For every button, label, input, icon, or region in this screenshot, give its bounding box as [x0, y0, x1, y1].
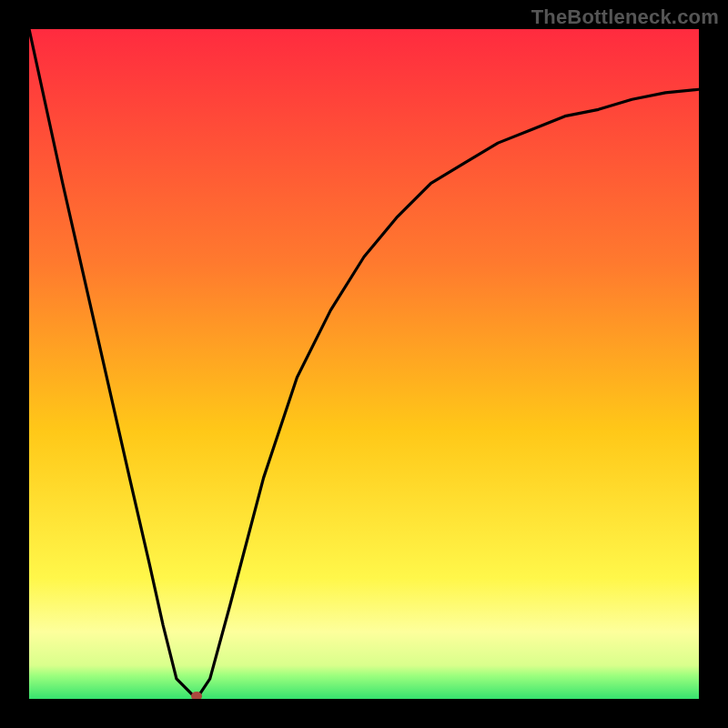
chart-plot-area — [29, 29, 699, 699]
watermark-text: TheBottleneck.com — [531, 5, 719, 29]
chart-frame: TheBottleneck.com — [0, 0, 728, 728]
chart-svg — [29, 29, 699, 699]
chart-gradient-bg — [29, 29, 699, 699]
